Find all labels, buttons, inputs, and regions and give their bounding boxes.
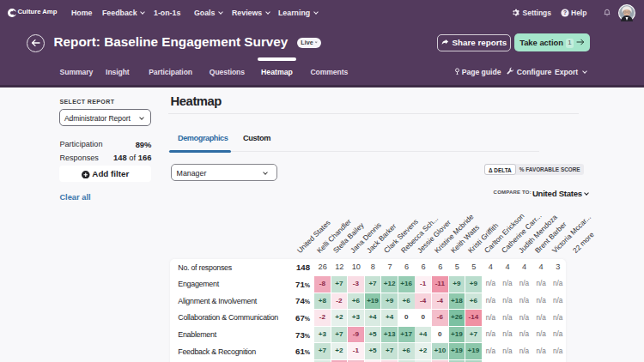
svg-text:?: ? <box>563 9 567 15</box>
